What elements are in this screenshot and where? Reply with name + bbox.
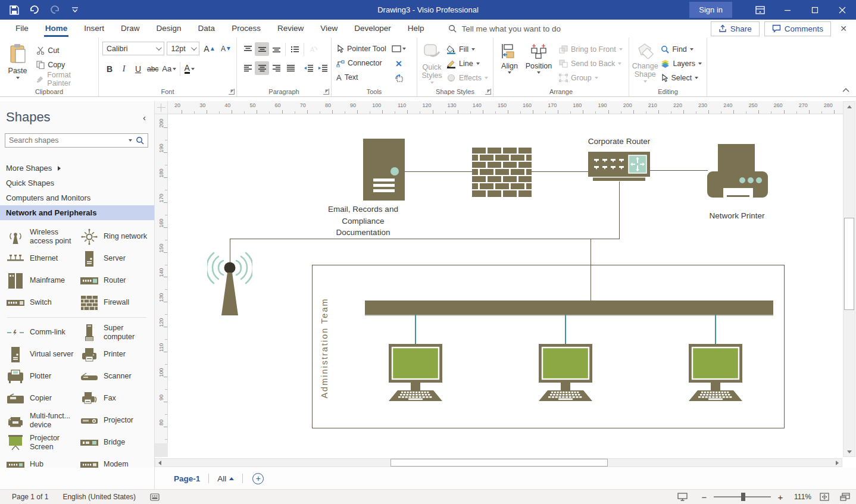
increase-indent-icon[interactable]: [315, 61, 330, 75]
layers-button[interactable]: Layers: [658, 57, 704, 71]
comments-button[interactable]: Comments: [764, 21, 831, 36]
save-icon[interactable]: [8, 4, 20, 16]
align-right-icon[interactable]: [269, 61, 283, 75]
tab-data[interactable]: Data: [190, 20, 224, 37]
drawing-canvas[interactable]: 2030405060708090100110120130140150160170…: [155, 101, 843, 457]
change-shape-button[interactable]: Change Shape: [632, 40, 658, 85]
workstation-shape[interactable]: [686, 344, 745, 401]
stencil-shape-comm-link[interactable]: Comm-link: [5, 322, 79, 343]
effects-button[interactable]: Effects: [444, 71, 491, 85]
font-family-select[interactable]: Calibri: [102, 42, 164, 55]
sidebar-item-computers-and-monitors[interactable]: Computers and Monitors: [0, 190, 154, 205]
stencil-shape-super-computer[interactable]: Super computer: [79, 322, 154, 343]
rotate-tool-button[interactable]: [390, 71, 408, 85]
undo-icon[interactable]: [29, 4, 40, 16]
send-to-back-button[interactable]: Send to Back: [557, 57, 625, 71]
font-dialog-launcher[interactable]: [229, 89, 235, 95]
add-page-icon[interactable]: +: [252, 473, 264, 484]
font-color-button[interactable]: A: [182, 62, 196, 76]
quick-styles-button[interactable]: Quick Styles: [420, 40, 444, 85]
stencil-shape-router[interactable]: Router: [79, 270, 154, 291]
align-middle-icon[interactable]: [255, 42, 269, 56]
tab-insert[interactable]: Insert: [76, 20, 113, 37]
text-direction-icon[interactable]: A: [306, 42, 320, 56]
horizontal-scroll-thumb[interactable]: [390, 459, 608, 467]
tab-help[interactable]: Help: [399, 20, 433, 37]
share-button[interactable]: Share: [711, 21, 760, 36]
stencil-shape-printer[interactable]: Printer: [79, 344, 154, 365]
tell-me-search[interactable]: Tell me what you want to do: [448, 24, 561, 33]
stencil-shape-ethernet[interactable]: Ethernet: [5, 248, 79, 269]
tab-review[interactable]: Review: [269, 20, 312, 37]
stencil-shape-multi-funct-device[interactable]: Multi-funct... device: [5, 410, 79, 431]
stencil-shape-firewall[interactable]: Firewall: [79, 292, 154, 313]
align-top-icon[interactable]: [240, 42, 255, 56]
printer-shape[interactable]: [707, 144, 768, 206]
server-label[interactable]: Email, Records and Compliance Documentat…: [313, 204, 414, 239]
align-center-icon[interactable]: [255, 61, 269, 75]
search-icon[interactable]: [136, 136, 145, 145]
multi-select-button[interactable]: ✕: [390, 57, 408, 70]
paste-dropdown[interactable]: [16, 77, 20, 79]
pointer-tool-button[interactable]: Pointer Tool: [334, 42, 389, 56]
stencil-shape-bridge[interactable]: Bridge: [79, 432, 154, 453]
tab-developer[interactable]: Developer: [346, 20, 399, 37]
page-tab[interactable]: Page-1: [165, 474, 208, 483]
grow-font-button[interactable]: A: [202, 42, 216, 55]
copy-button[interactable]: Copy: [34, 58, 96, 72]
connector-horizontal-trunk[interactable]: [230, 239, 620, 239]
macro-record-icon[interactable]: [143, 490, 167, 504]
stencil-shape-virtual-server[interactable]: Virtual server: [5, 344, 79, 365]
tab-draw[interactable]: Draw: [113, 20, 148, 37]
rectangle-tool-button[interactable]: [390, 42, 408, 55]
collapse-ribbon-icon[interactable]: [842, 87, 850, 93]
stencil-shape-mainframe[interactable]: Mainframe: [5, 270, 79, 291]
tab-view[interactable]: View: [312, 20, 346, 37]
select-button[interactable]: Select: [658, 71, 704, 85]
bold-button[interactable]: B: [102, 62, 117, 76]
stencil-shape-server[interactable]: Server: [79, 248, 154, 269]
stencil-shape-scanner[interactable]: Scanner: [79, 366, 154, 387]
fit-page-icon[interactable]: [817, 490, 832, 504]
sidebar-item-quick-shapes[interactable]: Quick Shapes: [0, 176, 154, 190]
tab-file[interactable]: File: [7, 20, 37, 37]
sidebar-item-network-and-peripherals[interactable]: Network and Peripherals: [0, 205, 154, 220]
decrease-indent-icon[interactable]: [301, 61, 315, 75]
scroll-right-icon[interactable]: [833, 459, 842, 467]
sidebar-item-more-shapes[interactable]: More Shapes: [0, 161, 154, 176]
switch-windows-icon[interactable]: [838, 490, 852, 504]
position-button[interactable]: Position: [523, 40, 554, 85]
scroll-up-icon[interactable]: [843, 102, 855, 111]
paste-button[interactable]: Paste: [2, 40, 33, 85]
redo-icon[interactable]: [49, 4, 61, 16]
tab-design[interactable]: Design: [148, 20, 190, 37]
router-shape[interactable]: [588, 152, 650, 181]
close-button[interactable]: [829, 0, 856, 20]
underline-button[interactable]: U: [131, 62, 145, 76]
change-case-button[interactable]: Aa: [160, 62, 178, 76]
collapse-panel-icon[interactable]: ‹: [143, 112, 146, 123]
cut-button[interactable]: Cut: [34, 43, 96, 58]
page-indicator[interactable]: Page 1 of 1: [5, 490, 55, 504]
connector-ethernet-computer[interactable]: [415, 315, 415, 344]
minimize-button[interactable]: [774, 0, 801, 20]
language-indicator[interactable]: English (United States): [55, 490, 143, 504]
all-pages-button[interactable]: All: [209, 474, 242, 483]
vertical-scrollbar[interactable]: [843, 101, 855, 457]
printer-label[interactable]: Network Printer: [683, 210, 791, 222]
connector-router-drop[interactable]: [619, 181, 620, 239]
workstation-shape[interactable]: [386, 344, 445, 401]
connector-ethernet-computer[interactable]: [565, 315, 566, 344]
font-size-select[interactable]: 12pt: [167, 42, 199, 55]
horizontal-scrollbar[interactable]: [155, 458, 842, 467]
router-label[interactable]: Corporate Router: [566, 136, 673, 148]
shrink-font-button[interactable]: A: [218, 42, 233, 55]
bullets-icon[interactable]: [288, 42, 302, 56]
stencil-shape-plotter[interactable]: Plotter: [5, 366, 79, 387]
text-tool-button[interactable]: A Text: [334, 70, 389, 84]
maximize-button[interactable]: [801, 0, 829, 20]
connector-ethernet-computer[interactable]: [715, 315, 716, 344]
search-options-dropdown[interactable]: [129, 139, 132, 142]
paragraph-dialog-launcher[interactable]: [323, 89, 329, 95]
connector-router-printer[interactable]: [650, 170, 708, 171]
